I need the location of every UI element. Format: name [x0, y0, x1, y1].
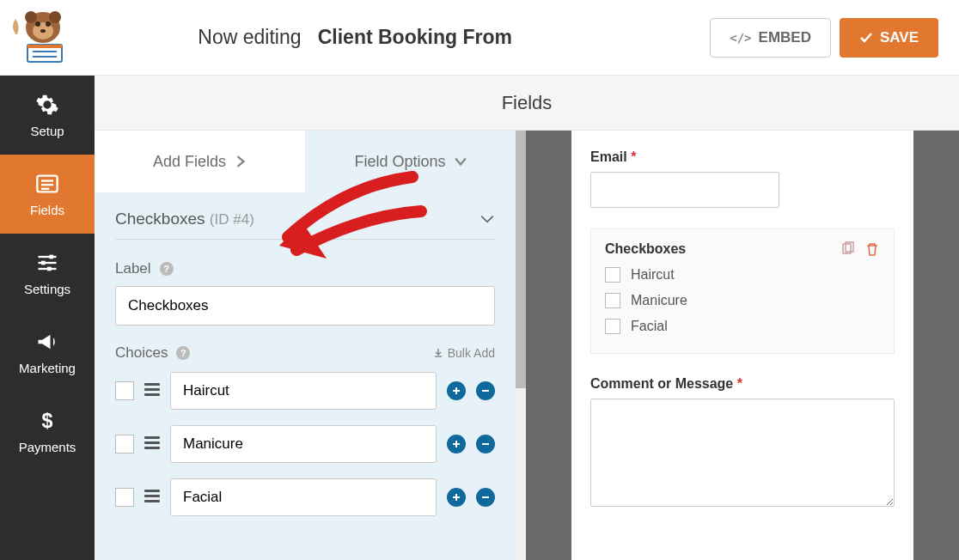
checkbox-icon — [605, 267, 620, 283]
scrollbar-thumb[interactable] — [516, 131, 526, 388]
help-icon[interactable]: ? — [176, 346, 190, 360]
remove-choice-button[interactable] — [476, 435, 495, 453]
editing-prefix: Now editing — [198, 26, 301, 48]
embed-button[interactable]: </> EMBED — [710, 18, 831, 58]
sidebar-item-fields[interactable]: Fields — [0, 155, 95, 234]
checkbox-option[interactable]: Facial — [605, 319, 880, 334]
list-icon — [35, 172, 59, 196]
drag-handle-icon[interactable] — [144, 383, 160, 399]
add-choice-button[interactable] — [447, 381, 466, 400]
required-asterisk: * — [631, 149, 636, 164]
top-actions: </> EMBED SAVE — [710, 18, 938, 58]
choice-row — [115, 478, 495, 516]
bullhorn-icon — [35, 330, 59, 354]
svg-point-6 — [40, 29, 46, 33]
choice-input[interactable] — [170, 425, 437, 463]
preview-panel: Email * Checkboxes — [526, 131, 959, 560]
drag-handle-icon[interactable] — [144, 436, 160, 452]
checkboxes-label: Checkboxes — [605, 241, 686, 257]
main-area: Fields Add Fields Field Options — [95, 76, 959, 560]
field-options-body: Checkboxes (ID #4) Label ? — [95, 192, 516, 560]
field-title-row[interactable]: Checkboxes (ID #4) — [115, 210, 495, 240]
sidebar-item-marketing[interactable]: Marketing — [0, 313, 95, 392]
sidebar-item-setup[interactable]: Setup — [0, 76, 95, 155]
code-icon: </> — [730, 31, 751, 45]
checkbox-icon — [605, 293, 620, 308]
plus-icon — [451, 439, 461, 449]
choice-default-checkbox[interactable] — [115, 435, 134, 453]
sliders-icon — [35, 251, 59, 275]
checkboxes-field-block[interactable]: Checkboxes Haircut Manicur — [590, 228, 895, 354]
chevron-down-icon — [455, 155, 467, 167]
svg-rect-18 — [49, 254, 53, 259]
email-input[interactable] — [590, 172, 779, 208]
plus-icon — [451, 386, 461, 396]
tab-field-options[interactable]: Field Options — [305, 131, 516, 192]
add-choice-button[interactable] — [447, 435, 466, 453]
choice-input[interactable] — [170, 478, 437, 516]
app-body: Setup Fields Settings Marketing $ Paymen… — [0, 76, 959, 560]
label-field-row: Label ? — [115, 260, 495, 326]
checkbox-option[interactable]: Manicure — [605, 293, 880, 308]
remove-choice-button[interactable] — [476, 381, 495, 400]
chevron-down-icon — [480, 211, 495, 227]
plus-icon — [451, 492, 461, 502]
check-icon — [859, 31, 873, 45]
comment-label: Comment or Message * — [590, 376, 895, 392]
choices-header: Choices ? Bulk Add — [115, 344, 495, 362]
svg-rect-19 — [41, 260, 46, 265]
svg-point-1 — [25, 11, 37, 23]
field-id: (ID #4) — [210, 211, 254, 228]
breadcrumb: Fields — [95, 76, 959, 131]
svg-point-2 — [49, 11, 61, 23]
email-label: Email * — [590, 149, 895, 165]
form-name: Client Booking From — [318, 26, 512, 48]
sidebar-item-settings[interactable]: Settings — [0, 234, 95, 313]
minus-icon — [480, 492, 491, 502]
choice-row — [115, 372, 495, 410]
choice-row — [115, 425, 495, 463]
bulk-add-button[interactable]: Bulk Add — [433, 346, 495, 360]
options-panel: Add Fields Field Options Checkboxes (ID … — [95, 131, 526, 560]
trash-icon[interactable] — [864, 241, 880, 257]
checkbox-option[interactable]: Haircut — [605, 267, 880, 283]
dollar-icon: $ — [35, 409, 59, 433]
required-asterisk: * — [737, 376, 742, 391]
choice-default-checkbox[interactable] — [115, 381, 134, 400]
drag-handle-icon[interactable] — [144, 490, 160, 505]
svg-text:$: $ — [42, 410, 53, 432]
chevron-right-icon — [235, 155, 247, 167]
duplicate-icon[interactable] — [840, 241, 856, 257]
svg-point-4 — [35, 21, 40, 27]
download-icon — [433, 348, 443, 358]
minus-icon — [480, 439, 491, 449]
add-choice-button[interactable] — [447, 488, 466, 507]
choice-input[interactable] — [170, 372, 437, 410]
choice-default-checkbox[interactable] — [115, 488, 134, 507]
app-logo — [9, 9, 70, 64]
svg-rect-10 — [27, 45, 62, 48]
work-area: Add Fields Field Options Checkboxes (ID … — [95, 131, 959, 560]
comment-textarea[interactable] — [590, 399, 895, 507]
page-title: Now editing Client Booking From — [0, 26, 710, 49]
form-preview: Email * Checkboxes — [571, 131, 913, 560]
svg-rect-20 — [47, 266, 52, 271]
label-heading: Label ? — [115, 260, 495, 277]
remove-choice-button[interactable] — [476, 488, 495, 507]
save-button[interactable]: SAVE — [840, 18, 938, 58]
help-icon[interactable]: ? — [160, 262, 174, 276]
panel-tabs: Add Fields Field Options — [95, 131, 516, 192]
sidebar-item-payments[interactable]: $ Payments — [0, 392, 95, 471]
label-input[interactable] — [115, 286, 495, 326]
checkbox-icon — [605, 319, 620, 334]
minus-icon — [480, 386, 491, 396]
svg-point-5 — [46, 21, 51, 27]
top-bar: Now editing Client Booking From </> EMBE… — [0, 0, 959, 76]
sidebar: Setup Fields Settings Marketing $ Paymen… — [0, 76, 95, 560]
tab-add-fields[interactable]: Add Fields — [95, 131, 305, 192]
field-type: Checkboxes — [115, 210, 205, 228]
gear-icon — [35, 93, 59, 117]
